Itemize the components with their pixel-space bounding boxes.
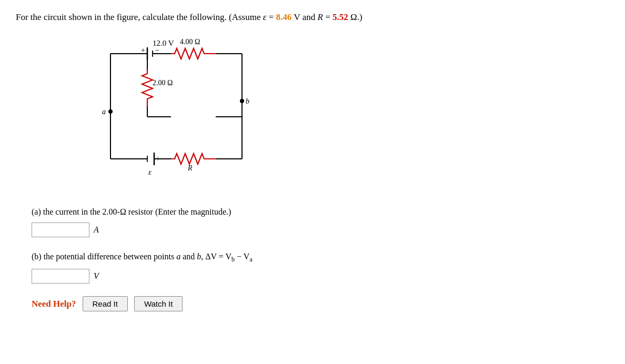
- unit-a-label: A: [94, 225, 99, 235]
- circuit-svg: 12.0 V + − 4.00 Ω 2.00 Ω a b R ε − +: [79, 33, 279, 190]
- question-a-text: (a) the current in the 2.00-Ω resistor (…: [32, 205, 609, 219]
- need-help-section: Need Help? Read It Watch It: [32, 296, 609, 311]
- problem-statement: For the circuit shown in the figure, cal…: [16, 11, 609, 24]
- svg-text:a: a: [102, 108, 106, 116]
- svg-text:−: −: [155, 46, 159, 54]
- svg-text:+: +: [156, 155, 160, 163]
- svg-point-12: [108, 109, 113, 114]
- answer-b-row: V: [32, 269, 609, 284]
- r-symbol: R: [318, 12, 323, 22]
- svg-text:4.00 Ω: 4.00 Ω: [180, 38, 200, 46]
- questions-section: (a) the current in the 2.00-Ω resistor (…: [32, 205, 609, 312]
- answer-b-input[interactable]: [32, 269, 89, 284]
- svg-text:−: −: [140, 155, 144, 163]
- svg-text:R: R: [187, 164, 193, 172]
- read-it-button[interactable]: Read It: [83, 296, 128, 311]
- svg-text:ε: ε: [148, 168, 152, 176]
- unit-b-label: V: [94, 271, 99, 281]
- svg-point-6: [240, 99, 244, 103]
- svg-text:2.00 Ω: 2.00 Ω: [153, 79, 173, 87]
- watch-it-button[interactable]: Watch It: [134, 296, 183, 311]
- r-unit-text: Ω.): [348, 12, 362, 22]
- intro-text: For the circuit shown in the figure, cal…: [16, 12, 263, 22]
- question-b-text: (b) the potential difference between poi…: [32, 250, 609, 265]
- r-value: 5.52: [332, 12, 348, 22]
- svg-text:+: +: [141, 46, 145, 54]
- emf-value: 8.46: [276, 12, 292, 22]
- emf-unit-text: V and: [291, 12, 317, 22]
- answer-a-row: A: [32, 223, 609, 237]
- question-b-block: (b) the potential difference between poi…: [32, 250, 609, 284]
- circuit-diagram: 12.0 V + − 4.00 Ω 2.00 Ω a b R ε − +: [79, 33, 279, 190]
- svg-text:b: b: [246, 97, 249, 105]
- question-a-block: (a) the current in the 2.00-Ω resistor (…: [32, 205, 609, 238]
- emf-equals: =: [266, 12, 276, 22]
- need-help-label: Need Help?: [32, 299, 76, 309]
- answer-a-input[interactable]: [32, 223, 89, 237]
- r-equals: =: [323, 12, 332, 22]
